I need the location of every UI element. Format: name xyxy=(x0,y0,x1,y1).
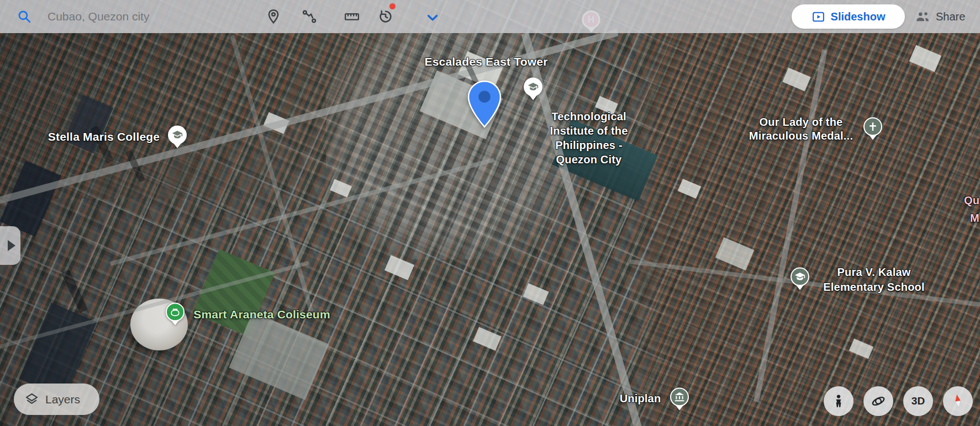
label-stella-maris-college[interactable]: Stella Maris College xyxy=(48,130,160,143)
compass-button[interactable] xyxy=(943,386,973,416)
label-smart-araneta-coliseum[interactable]: Smart Araneta Coliseum xyxy=(193,308,330,321)
chevron-down-icon xyxy=(424,9,441,26)
layers-icon xyxy=(24,392,39,407)
stadium-icon xyxy=(170,306,181,317)
chevron-right-icon xyxy=(8,240,15,251)
label-line: Technological xyxy=(550,109,628,124)
search-query-text: Cubao, Quezon city xyxy=(48,10,149,23)
school-poi-pura-kalaw[interactable] xyxy=(791,267,809,290)
top-toolbar: Cubao, Quezon city Slideshow Share xyxy=(0,0,980,33)
compass-icon xyxy=(949,392,967,410)
bank-building-icon xyxy=(674,391,685,402)
school-poi-escalades[interactable] xyxy=(524,77,542,100)
label-escalades-east-tower[interactable]: Escalades East Tower xyxy=(424,55,547,68)
path-icon xyxy=(301,8,318,25)
placemark-icon xyxy=(265,8,282,25)
layers-label: Layers xyxy=(45,393,80,406)
church-poi[interactable] xyxy=(863,117,882,140)
label-uniplan[interactable]: Uniplan xyxy=(620,392,661,405)
3d-button[interactable]: 3D xyxy=(903,386,933,416)
search-icon xyxy=(17,9,32,24)
search-input[interactable]: Cubao, Quezon city xyxy=(17,0,149,33)
orbit-icon xyxy=(871,393,886,409)
label-line: M xyxy=(970,209,979,227)
history-icon xyxy=(377,8,394,25)
label-line: Our Lady of the xyxy=(749,115,853,129)
3d-label: 3D xyxy=(911,395,925,407)
history-button[interactable] xyxy=(377,8,394,25)
label-line: Institute of the xyxy=(550,124,628,138)
graduation-cap-icon xyxy=(528,81,539,92)
add-placemark-button[interactable] xyxy=(265,8,282,25)
label-line: Quezon City xyxy=(550,152,628,167)
ruler-icon xyxy=(344,8,360,25)
pegman-button[interactable] xyxy=(824,386,853,416)
orbit-button[interactable] xyxy=(863,386,893,416)
graduation-cap-icon xyxy=(172,129,183,140)
label-tip-quezon-city[interactable]: Technological Institute of the Philippin… xyxy=(550,109,628,167)
school-poi-stella-maris[interactable] xyxy=(168,125,187,148)
building-poi-uniplan[interactable] xyxy=(670,387,689,410)
slideshow-play-icon xyxy=(812,10,825,24)
label-pura-v-kalaw[interactable]: Pura V. Kalaw Elementary School xyxy=(823,265,924,295)
share-label: Share xyxy=(936,10,965,23)
layers-button[interactable]: Layers xyxy=(14,384,99,415)
google-earth-app: H Escalades East Tower Technological Ins… xyxy=(0,0,980,426)
label-line: Qu xyxy=(964,191,979,209)
draw-path-button[interactable] xyxy=(301,8,318,25)
collapse-toolbar-button[interactable] xyxy=(424,9,441,26)
side-panel-toggle[interactable] xyxy=(0,226,20,265)
label-line: Pura V. Kalaw xyxy=(823,265,924,280)
graduation-cap-icon xyxy=(794,271,805,282)
pegman-icon xyxy=(831,393,846,409)
label-line: Philippines - xyxy=(550,138,628,152)
cross-icon xyxy=(867,121,878,132)
label-our-lady-miraculous-medal[interactable]: Our Lady of the Miraculous Medal... xyxy=(749,115,853,143)
label-line: Elementary School xyxy=(823,280,924,295)
notification-dot xyxy=(389,3,396,9)
label-line: Miraculous Medal... xyxy=(749,129,853,143)
slideshow-button[interactable]: Slideshow xyxy=(792,4,905,29)
search-result-pin[interactable] xyxy=(467,80,502,130)
label-edge-cutoff[interactable]: Qu M xyxy=(964,191,979,227)
share-people-icon xyxy=(914,8,931,25)
measure-button[interactable] xyxy=(344,8,360,25)
slideshow-label: Slideshow xyxy=(831,10,886,23)
share-button[interactable]: Share xyxy=(914,0,965,33)
venue-poi-araneta[interactable] xyxy=(166,302,185,325)
